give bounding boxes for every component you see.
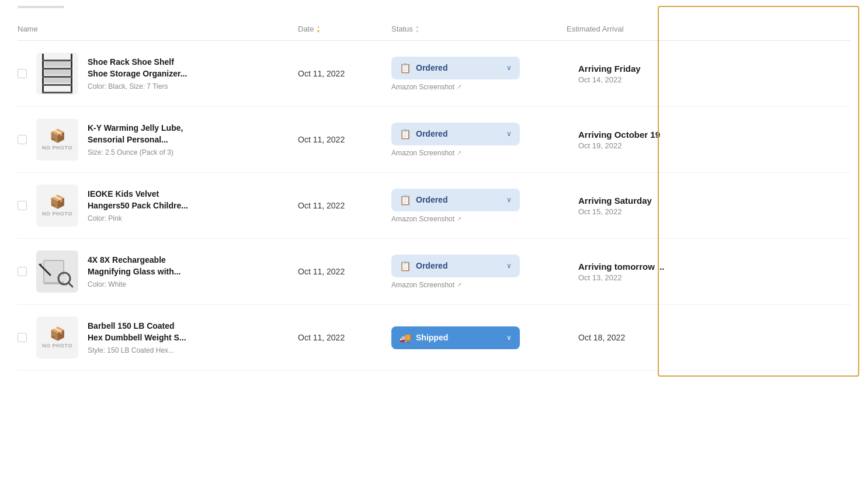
table-body: Shoe Rack Shoe ShelfShoe Storage Organiz… bbox=[18, 41, 850, 371]
order-date: Oct 11, 2022 bbox=[298, 201, 345, 210]
svg-rect-8 bbox=[44, 69, 70, 75]
screenshot-link[interactable]: Amazon Screenshot ↗ bbox=[391, 215, 567, 223]
arrival-cell: Arriving Saturday Oct 15, 2022 bbox=[567, 196, 850, 216]
order-date: Oct 11, 2022 bbox=[298, 69, 345, 78]
row-checkbox[interactable] bbox=[18, 333, 27, 342]
row-checkbox[interactable] bbox=[18, 135, 27, 144]
product-variant: Color: Pink bbox=[88, 214, 298, 222]
status-label: Ordered bbox=[416, 195, 447, 204]
status-badge[interactable]: 📋 Ordered ∨ bbox=[391, 189, 520, 211]
magnify-product-image bbox=[39, 253, 76, 290]
chevron-down-icon: ∨ bbox=[506, 333, 512, 342]
arrival-date: Oct 18, 2022 bbox=[578, 333, 850, 342]
chevron-down-icon: ∨ bbox=[506, 196, 512, 204]
date-cell: Oct 11, 2022 bbox=[298, 135, 391, 144]
arrival-cell: Arriving October 19 Oct 19, 2022 bbox=[567, 130, 850, 150]
product-info: Shoe Rack Shoe ShelfShoe Storage Organiz… bbox=[88, 57, 298, 90]
table-header: Name Date Status Estimated Arrival bbox=[18, 18, 850, 41]
table-row: Shoe Rack Shoe ShelfShoe Storage Organiz… bbox=[18, 41, 850, 107]
box-icon: 📦 bbox=[50, 194, 65, 210]
screenshot-link[interactable]: Amazon Screenshot ↗ bbox=[391, 149, 567, 157]
product-name: 4X 8X RechargeableMagnifying Glass with.… bbox=[88, 255, 298, 277]
arrival-date: Oct 15, 2022 bbox=[578, 207, 850, 216]
product-cell: 4X 8X RechargeableMagnifying Glass with.… bbox=[18, 251, 298, 293]
header-date[interactable]: Date bbox=[298, 25, 391, 33]
external-link-icon: ↗ bbox=[457, 149, 461, 156]
box-icon: 📦 bbox=[50, 326, 65, 342]
status-badge[interactable]: 📋 Ordered ∨ bbox=[391, 57, 520, 79]
status-label: Ordered bbox=[416, 63, 447, 72]
product-name: Shoe Rack Shoe ShelfShoe Storage Organiz… bbox=[88, 57, 298, 79]
product-image: 📦 NO PHOTO bbox=[36, 316, 78, 359]
date-sort-icon bbox=[316, 25, 320, 33]
status-badge-left: 🚚 Shipped bbox=[400, 332, 448, 343]
product-image bbox=[36, 53, 78, 95]
svg-line-14 bbox=[68, 283, 72, 287]
product-cell: 📦 NO PHOTO K-Y Warming Jelly Lube,Sensor… bbox=[18, 119, 298, 161]
chevron-down-icon: ∨ bbox=[506, 262, 512, 270]
screenshot-label: Amazon Screenshot bbox=[391, 149, 454, 157]
arrival-label: Arriving Friday bbox=[578, 64, 850, 74]
svg-rect-2 bbox=[42, 60, 72, 61]
svg-rect-5 bbox=[42, 84, 72, 86]
header-estimated-arrival: Estimated Arrival bbox=[567, 25, 850, 33]
header-status[interactable]: Status bbox=[391, 25, 567, 33]
product-variant: Style: 150 LB Coated Hex... bbox=[88, 346, 298, 354]
arrival-date: Oct 14, 2022 bbox=[578, 75, 850, 84]
no-photo-text: NO PHOTO bbox=[42, 343, 72, 349]
no-photo-text: NO PHOTO bbox=[42, 211, 72, 217]
table-row: 📦 NO PHOTO IEOKE Kids VelvetHangers50 Pa… bbox=[18, 173, 850, 239]
status-badge-left: 📋 Ordered bbox=[400, 194, 447, 206]
header-status-label: Status bbox=[391, 25, 413, 33]
external-link-icon: ↗ bbox=[457, 215, 461, 222]
scroll-indicator bbox=[18, 6, 64, 8]
screenshot-link[interactable]: Amazon Screenshot ↗ bbox=[391, 83, 567, 91]
row-checkbox[interactable] bbox=[18, 201, 27, 210]
status-badge-left: 📋 Ordered bbox=[400, 260, 447, 272]
table-row: 📦 NO PHOTO K-Y Warming Jelly Lube,Sensor… bbox=[18, 107, 850, 173]
order-date: Oct 11, 2022 bbox=[298, 135, 345, 144]
screenshot-link[interactable]: Amazon Screenshot ↗ bbox=[391, 281, 567, 289]
arrival-label: Arriving Saturday bbox=[578, 196, 850, 206]
status-badge-shipped[interactable]: 🚚 Shipped ∨ bbox=[391, 326, 520, 349]
document-icon: 📋 bbox=[400, 128, 411, 140]
product-info: 4X 8X RechargeableMagnifying Glass with.… bbox=[88, 255, 298, 288]
row-checkbox[interactable] bbox=[18, 267, 27, 276]
arrival-date: Oct 13, 2022 bbox=[578, 273, 850, 282]
status-cell: 📋 Ordered ∨ Amazon Screenshot ↗ bbox=[391, 255, 567, 289]
arrival-cell: Oct 18, 2022 bbox=[567, 333, 850, 342]
svg-rect-7 bbox=[44, 61, 70, 67]
row-checkbox[interactable] bbox=[18, 69, 27, 78]
status-badge[interactable]: 📋 Ordered ∨ bbox=[391, 255, 520, 277]
product-image bbox=[36, 251, 78, 293]
document-icon: 📋 bbox=[400, 260, 411, 272]
arrival-date: Oct 19, 2022 bbox=[578, 141, 850, 150]
external-link-icon: ↗ bbox=[457, 281, 461, 288]
product-info: IEOKE Kids VelvetHangers50 Pack Childre.… bbox=[88, 189, 298, 222]
header-name-label: Name bbox=[18, 25, 38, 33]
box-icon: 📦 bbox=[50, 128, 65, 144]
arrival-cell: Arriving tomorrow ... Oct 13, 2022 bbox=[567, 262, 850, 282]
svg-rect-3 bbox=[42, 68, 72, 69]
status-cell: 📋 Ordered ∨ Amazon Screenshot ↗ bbox=[391, 57, 567, 91]
product-variant: Size: 2.5 Ounce (Pack of 3) bbox=[88, 148, 298, 156]
status-label: Shipped bbox=[416, 333, 448, 342]
arrival-cell: Arriving Friday Oct 14, 2022 bbox=[567, 64, 850, 84]
document-icon: 📋 bbox=[400, 62, 411, 74]
order-date: Oct 11, 2022 bbox=[298, 267, 345, 276]
date-cell: Oct 11, 2022 bbox=[298, 333, 391, 342]
date-cell: Oct 11, 2022 bbox=[298, 267, 391, 276]
product-image: 📦 NO PHOTO bbox=[36, 119, 78, 161]
svg-rect-9 bbox=[44, 78, 70, 83]
truck-icon: 🚚 bbox=[400, 332, 411, 343]
header-date-label: Date bbox=[298, 25, 314, 33]
status-badge[interactable]: 📋 Ordered ∨ bbox=[391, 123, 520, 145]
chevron-down-icon: ∨ bbox=[506, 130, 512, 138]
screenshot-label: Amazon Screenshot bbox=[391, 215, 454, 223]
date-cell: Oct 11, 2022 bbox=[298, 69, 391, 78]
header-arrival-label: Estimated Arrival bbox=[567, 25, 624, 33]
svg-rect-6 bbox=[42, 92, 72, 93]
external-link-icon: ↗ bbox=[457, 84, 461, 90]
svg-rect-4 bbox=[42, 76, 72, 78]
product-info: Barbell 150 LB CoatedHex Dumbbell Weight… bbox=[88, 321, 298, 354]
